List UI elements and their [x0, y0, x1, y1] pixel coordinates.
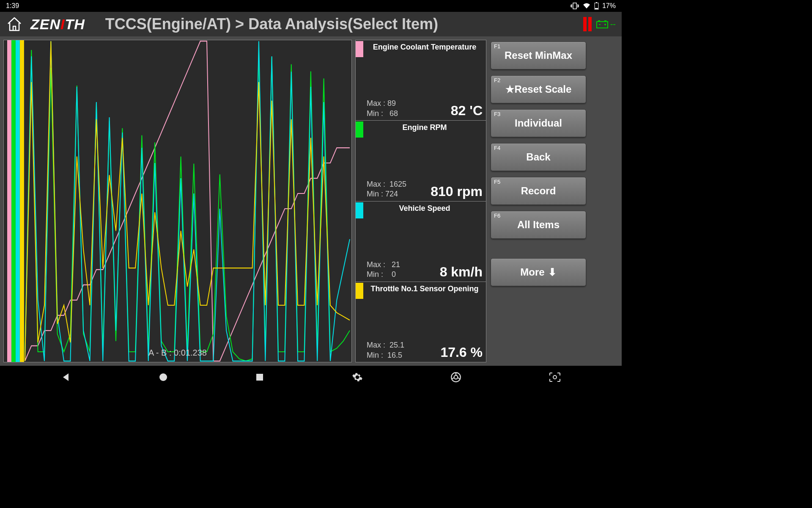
svg-point-12 — [159, 373, 167, 381]
chart-area[interactable]: A - B : 0:01.238 — [3, 40, 352, 362]
individual-button[interactable]: F3Individual — [491, 109, 586, 137]
reset-scale-button[interactable]: F2★Reset Scale — [491, 75, 586, 103]
param-minmax: Max : 1625Min : 724 — [367, 179, 406, 199]
nav-recents-button[interactable] — [255, 373, 264, 381]
car-battery-icon — [596, 19, 609, 29]
arrow-down-icon: ⬇ — [548, 266, 557, 278]
android-nav-bar — [0, 366, 622, 389]
svg-rect-0 — [573, 3, 576, 9]
param-value: 810 rpm — [431, 184, 483, 199]
data-panel-speed[interactable]: Vehicle Speed Max : 21Min : 0 8 km/h — [356, 202, 486, 282]
series-color-chip — [356, 121, 363, 138]
param-name: Engine RPM — [367, 121, 483, 132]
battery-icon — [594, 2, 599, 10]
reset-minmax-button[interactable]: F1Reset MinMax — [491, 41, 586, 69]
series-color-chip — [356, 41, 363, 57]
status-right: 17% — [571, 2, 616, 10]
svg-rect-6 — [604, 20, 606, 22]
home-icon — [6, 16, 23, 32]
more-button[interactable]: More⬇ — [491, 258, 586, 286]
svg-rect-4 — [597, 22, 608, 28]
nav-home-button[interactable] — [159, 373, 168, 382]
record-button[interactable]: F5Record — [491, 177, 586, 205]
param-name: Engine Coolant Temperature — [367, 40, 483, 52]
svg-rect-3 — [595, 8, 598, 9]
breadcrumb: TCCS(Engine/AT) > Data Analysis(Select I… — [105, 15, 576, 33]
svg-rect-13 — [256, 374, 263, 381]
data-panel-rpm[interactable]: Engine RPM Max : 1625Min : 724 810 rpm — [356, 121, 486, 201]
series-color-chip — [356, 283, 363, 299]
circle-home-icon — [159, 373, 168, 382]
series-color-chip — [356, 202, 363, 218]
vehicle-battery-indicator: -- — [596, 19, 616, 29]
data-panel-column: Engine Coolant Temperature Max : 89Min :… — [355, 40, 486, 362]
svg-rect-5 — [598, 20, 600, 22]
all-items-button[interactable]: F6All Items — [491, 211, 586, 239]
param-value: 82 'C — [451, 103, 483, 119]
vibrate-icon — [571, 3, 579, 9]
chart-cursor-readout: A - B : 0:01.238 — [4, 348, 351, 358]
svg-rect-7 — [4, 40, 351, 362]
param-name: Vehicle Speed — [367, 202, 483, 213]
main-area: A - B : 0:01.238 Engine Coolant Temperat… — [0, 36, 622, 366]
pause-button[interactable] — [583, 17, 592, 31]
home-button[interactable] — [6, 16, 23, 32]
android-status-bar: 1:39 17% — [0, 0, 622, 12]
svg-rect-8 — [7, 40, 11, 362]
gear-icon — [352, 372, 363, 383]
svg-point-15 — [454, 375, 458, 379]
screenshot-icon — [549, 372, 561, 382]
back-button[interactable]: F4Back — [491, 143, 586, 171]
nav-screenshot-button[interactable] — [549, 372, 561, 382]
param-minmax: Max : 25.1Min : 16.5 — [367, 340, 404, 360]
nav-back-button[interactable] — [61, 372, 71, 382]
app-header: ZENITH TCCS(Engine/AT) > Data Analysis(S… — [0, 12, 622, 36]
svg-rect-2 — [596, 2, 597, 3]
status-time: 1:39 — [6, 2, 19, 10]
vehicle-battery-value: -- — [610, 19, 616, 29]
svg-rect-10 — [16, 40, 20, 362]
data-panel-throttle[interactable]: Throttle No.1 Sensor Opening Max : 25.1M… — [356, 282, 486, 362]
nav-browser-button[interactable] — [450, 372, 461, 383]
svg-rect-9 — [11, 40, 16, 362]
svg-rect-11 — [20, 40, 24, 362]
header-right: -- — [583, 17, 616, 31]
param-value: 8 km/h — [440, 264, 483, 280]
battery-pct: 17% — [602, 2, 616, 10]
svg-point-16 — [553, 375, 557, 379]
param-name: Throttle No.1 Sensor Opening — [367, 282, 483, 293]
chrome-icon — [450, 372, 461, 383]
square-recents-icon — [255, 373, 264, 381]
triangle-back-icon — [61, 372, 71, 382]
data-panel-coolant[interactable]: Engine Coolant Temperature Max : 89Min :… — [356, 40, 486, 121]
wifi-icon — [582, 3, 591, 9]
line-chart — [4, 40, 351, 362]
param-minmax: Max : 89Min : 68 — [367, 99, 398, 119]
nav-settings-button[interactable] — [352, 372, 363, 383]
brand-logo: ZENITH — [30, 16, 85, 33]
param-minmax: Max : 21Min : 0 — [367, 260, 400, 280]
param-value: 17.6 % — [440, 345, 483, 360]
function-button-column: F1Reset MinMax F2★Reset Scale F3Individu… — [490, 40, 587, 362]
